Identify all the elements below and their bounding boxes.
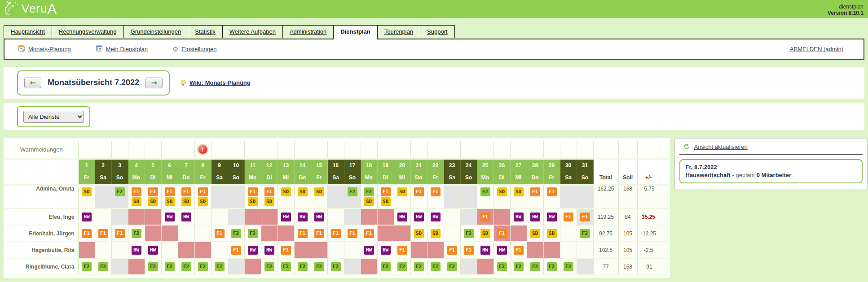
warning-cell-day-27[interactable]: [510, 141, 527, 159]
roster-cell-day-13[interactable]: HW: [278, 208, 294, 225]
roster-cell-day-17[interactable]: [344, 208, 361, 225]
roster-cell-day-18[interactable]: [361, 208, 377, 225]
roster-cell-day-15[interactable]: F2: [311, 258, 327, 275]
roster-cell-day-30[interactable]: [560, 185, 577, 208]
roster-cell-day-19[interactable]: HW: [377, 242, 394, 258]
roster-cell-day-12[interactable]: [261, 208, 278, 225]
roster-cell-day-24[interactable]: [460, 208, 477, 225]
roster-cell-day-28[interactable]: F2: [527, 258, 543, 275]
roster-cell-day-20[interactable]: SD: [394, 185, 410, 208]
warning-cell-day-1[interactable]: [78, 141, 95, 159]
warning-cell-day-30[interactable]: [560, 141, 577, 159]
tab-dienstplan[interactable]: Dienstplan: [333, 25, 377, 39]
warning-cell-day-25[interactable]: [477, 141, 493, 159]
roster-cell-day-10[interactable]: [228, 185, 244, 208]
roster-cell-day-30[interactable]: F2: [560, 258, 577, 275]
roster-cell-day-27[interactable]: SD: [510, 185, 527, 208]
roster-cell-day-24[interactable]: F1: [460, 242, 477, 258]
roster-cell-day-21[interactable]: HW: [410, 208, 427, 225]
warning-cell-day-11[interactable]: [244, 141, 261, 159]
roster-cell-day-23[interactable]: F2: [444, 258, 460, 275]
roster-cell-day-13[interactable]: F2: [278, 258, 294, 275]
roster-cell-day-14[interactable]: HW: [294, 208, 311, 225]
toolbar-link-monats-planung[interactable]: Monats-Planung: [18, 45, 71, 54]
roster-cell-day-21[interactable]: [410, 242, 427, 258]
roster-cell-day-10[interactable]: [228, 258, 244, 275]
toolbar-link-label[interactable]: Monats-Planung: [28, 46, 71, 52]
roster-cell-day-23[interactable]: F1: [444, 242, 460, 258]
roster-cell-day-14[interactable]: SD: [294, 185, 311, 208]
warning-cell-day-16[interactable]: [327, 141, 344, 159]
warning-cell-day-28[interactable]: [527, 141, 543, 159]
roster-cell-day-7[interactable]: F2: [178, 258, 194, 275]
roster-cell-day-10[interactable]: [228, 208, 244, 225]
roster-cell-day-7[interactable]: HW: [178, 208, 194, 225]
roster-cell-day-16[interactable]: [327, 208, 344, 225]
roster-cell-day-14[interactable]: F2: [294, 258, 311, 275]
roster-cell-day-7[interactable]: F1SD: [178, 185, 194, 208]
roster-cell-day-1[interactable]: F1: [78, 225, 95, 242]
roster-cell-day-3[interactable]: [111, 208, 128, 225]
roster-cell-day-14[interactable]: [294, 242, 311, 258]
next-month-button[interactable]: →: [145, 78, 163, 88]
roster-cell-day-28[interactable]: HW: [527, 208, 543, 225]
warning-cell-day-29[interactable]: [543, 141, 560, 159]
roster-cell-day-1[interactable]: HW: [78, 208, 95, 225]
roster-cell-day-13[interactable]: [278, 225, 294, 242]
roster-cell-day-15[interactable]: [311, 242, 327, 258]
toolbar-link-einstellungen[interactable]: ⚙Einstellungen: [172, 45, 217, 53]
tab-grundeinstellungen[interactable]: Grundeinstellungen: [123, 25, 188, 38]
roster-cell-day-25[interactable]: F1: [477, 208, 493, 225]
roster-cell-day-15[interactable]: F1: [311, 225, 327, 242]
roster-cell-day-11[interactable]: F1SD: [244, 185, 261, 208]
roster-cell-day-17[interactable]: [344, 242, 361, 258]
roster-cell-day-19[interactable]: F2: [377, 258, 394, 275]
logout-link[interactable]: ABMELDEN (admin): [790, 46, 843, 52]
roster-cell-day-7[interactable]: [178, 242, 194, 258]
roster-cell-day-16[interactable]: F1: [327, 225, 344, 242]
roster-cell-day-31[interactable]: F2: [577, 225, 593, 242]
roster-cell-day-2[interactable]: [95, 242, 111, 258]
roster-cell-day-10[interactable]: F2: [228, 225, 244, 242]
roster-cell-day-29[interactable]: HW: [543, 208, 560, 225]
tab-hauptansicht[interactable]: Hauptansicht: [4, 25, 52, 38]
roster-cell-day-6[interactable]: F2: [161, 258, 178, 275]
roster-cell-day-26[interactable]: SD: [493, 185, 510, 208]
roster-cell-day-21[interactable]: F1: [410, 185, 427, 208]
roster-cell-day-2[interactable]: [95, 185, 111, 208]
roster-cell-day-19[interactable]: F1SD: [377, 185, 394, 208]
roster-cell-day-28[interactable]: SD: [527, 225, 543, 242]
tab-statistik[interactable]: Statistik: [188, 25, 222, 38]
roster-cell-day-29[interactable]: F2: [543, 258, 560, 275]
roster-cell-day-12[interactable]: F2: [261, 258, 278, 275]
roster-cell-day-24[interactable]: [460, 258, 477, 275]
roster-cell-day-4[interactable]: HW: [128, 242, 145, 258]
warning-cell-day-7[interactable]: [178, 141, 194, 159]
roster-cell-day-16[interactable]: F2: [327, 258, 344, 275]
roster-cell-day-29[interactable]: F1: [543, 185, 560, 208]
roster-cell-day-3[interactable]: F1: [111, 225, 128, 242]
roster-cell-day-5[interactable]: [145, 225, 161, 242]
roster-cell-day-30[interactable]: F1: [560, 208, 577, 225]
roster-cell-day-6[interactable]: F1SD: [161, 185, 178, 208]
warning-cell-day-26[interactable]: [493, 141, 510, 159]
roster-cell-day-26[interactable]: F1: [493, 225, 510, 242]
roster-cell-day-25[interactable]: SD: [477, 225, 493, 242]
roster-cell-day-5[interactable]: [145, 208, 161, 225]
roster-cell-day-31[interactable]: [577, 258, 593, 275]
roster-cell-day-10[interactable]: F1: [228, 242, 244, 258]
wiki-link[interactable]: Wiki: Monats-Planung: [189, 79, 251, 86]
warning-cell-day-18[interactable]: [361, 141, 377, 159]
warning-cell-day-21[interactable]: [410, 141, 427, 159]
warning-cell-day-15[interactable]: [311, 141, 327, 159]
roster-cell-day-15[interactable]: HW: [311, 208, 327, 225]
roster-cell-day-23[interactable]: [444, 208, 460, 225]
roster-cell-day-13[interactable]: F1: [278, 242, 294, 258]
warning-cell-day-22[interactable]: [427, 141, 444, 159]
warning-cell-day-9[interactable]: [211, 141, 228, 159]
roster-cell-day-26[interactable]: [493, 208, 510, 225]
roster-cell-day-31[interactable]: [577, 185, 593, 208]
roster-cell-day-5[interactable]: F1SD: [145, 185, 161, 208]
roster-cell-day-28[interactable]: [527, 242, 543, 258]
toolbar-link-label[interactable]: Mein Dienstplan: [106, 46, 148, 52]
